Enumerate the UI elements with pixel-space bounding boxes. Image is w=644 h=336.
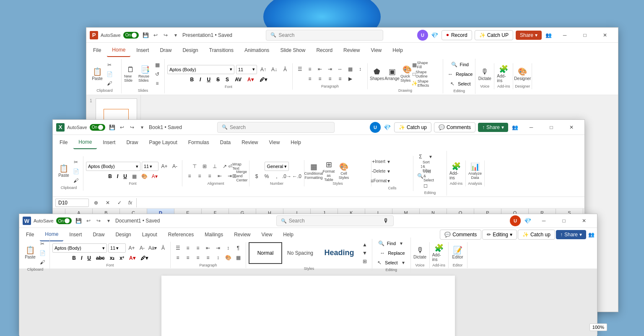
wd-borders-button[interactable]: ▦	[234, 253, 243, 262]
wd-indent-inc-button[interactable]: ⇥	[213, 244, 223, 252]
ppt-align-center-button[interactable]: ≡	[315, 75, 325, 83]
ppt-select-button[interactable]: ↖	[448, 80, 457, 88]
xl-tab-pagelayout[interactable]: Page Layout	[144, 136, 182, 149]
ppt-shapes-button[interactable]: ⬟ Shapes	[370, 65, 384, 83]
wd-avatar[interactable]: U	[510, 215, 521, 226]
xl-decimal-dec-button[interactable]: ←.0	[292, 172, 301, 181]
xl-fillcolor-button[interactable]: 🎨	[140, 172, 149, 181]
wd-styles-scroll-down[interactable]: ▼	[360, 249, 369, 257]
wd-numbering-button[interactable]: ≡	[183, 244, 192, 252]
wd-share-button[interactable]: ↑ Share ▾	[556, 230, 586, 239]
wd-autosave-toggle[interactable]: On	[56, 217, 72, 224]
ppt-align-right-button[interactable]: ≡	[325, 75, 335, 83]
wd-tab-design[interactable]: Design	[110, 228, 136, 241]
wd-select-chevron[interactable]: ▾	[399, 258, 408, 267]
wd-align-right-button[interactable]: ≡	[193, 253, 203, 262]
xl-comments-button[interactable]: 💬 Comments	[434, 122, 475, 132]
xl-align-center-button[interactable]: ≡	[195, 172, 204, 180]
wd-multilevel-button[interactable]: ≡	[193, 244, 203, 252]
xl-sort-button[interactable]: ↕ Sort & Filter	[421, 162, 430, 171]
ppt-shapeoutline-button[interactable]: □ Shape Outline	[415, 70, 425, 78]
ppt-tab-review[interactable]: Review	[338, 44, 365, 57]
xl-cut-button[interactable]: ✂	[71, 158, 80, 166]
ppt-maximize-button[interactable]: □	[575, 28, 595, 42]
xl-delete-button[interactable]: - Delete	[374, 167, 383, 176]
ppt-tab-draw[interactable]: Draw	[155, 44, 177, 57]
xl-formula-cancel-button[interactable]: ✕	[103, 199, 112, 207]
ppt-minimize-button[interactable]: ─	[555, 28, 574, 42]
wd-changecase-button[interactable]: Aa▾	[148, 244, 157, 252]
xl-fontcolor-button[interactable]: A▾	[150, 172, 159, 181]
xl-font-size-selector[interactable]: 11 ▾	[142, 162, 158, 171]
wd-style-nospace[interactable]: No Spacing	[282, 242, 318, 264]
ppt-tab-slideshow[interactable]: Slide Show	[275, 44, 310, 57]
ppt-justify-button[interactable]: ≡	[335, 75, 345, 83]
ppt-tab-animations[interactable]: Animations	[239, 44, 274, 57]
wd-shading-button[interactable]: 🎨	[223, 253, 233, 262]
xl-comma-button[interactable]: ,	[272, 172, 281, 181]
xl-maximize-button[interactable]: □	[542, 121, 561, 134]
wd-justify-button[interactable]: ≡	[203, 253, 213, 262]
wd-indent-dec-button[interactable]: ⇤	[203, 244, 213, 252]
ppt-linespacing-button[interactable]: ↕	[356, 65, 365, 73]
wd-italic-button[interactable]: I	[79, 254, 84, 262]
xl-name-box[interactable]: D10	[55, 199, 89, 207]
wd-tab-draw[interactable]: Draw	[88, 228, 109, 241]
wd-styles-scroll-up[interactable]: ▲	[360, 240, 369, 249]
xl-formula-input[interactable]	[136, 198, 582, 207]
xl-align-bottom-button[interactable]: ⊥	[210, 162, 219, 171]
ppt-addins-button[interactable]: 🧩 Add-ins	[497, 65, 510, 83]
ppt-autosave-toggle[interactable]: On	[123, 32, 139, 39]
xl-share-button[interactable]: ↑ Share ▾	[478, 123, 508, 132]
ppt-bold-button[interactable]: B	[188, 75, 196, 84]
ppt-shapeeffects-button[interactable]: ✨ Shape Effects	[415, 79, 425, 88]
wd-maximize-button[interactable]: □	[554, 214, 574, 227]
ppt-designer-button[interactable]: 🎨 Designer	[516, 65, 529, 83]
wd-subscript-button[interactable]: x₂	[108, 254, 117, 262]
ppt-indent-dec-button[interactable]: ⇤	[315, 65, 325, 73]
xl-redo-icon[interactable]: ↪	[128, 123, 136, 132]
wd-style-normal[interactable]: Normal	[249, 242, 282, 264]
xl-indent-dec-button[interactable]: ⇤	[215, 172, 224, 180]
ppt-catchup-button[interactable]: ✨ Catch UP	[475, 30, 513, 40]
ppt-numbering-button[interactable]: ≡	[305, 65, 314, 73]
ppt-replace-button[interactable]: ↔	[446, 70, 455, 78]
xl-formula-expand-button[interactable]: ⊕	[91, 199, 101, 207]
xl-avatar[interactable]: U	[370, 122, 381, 133]
xl-autosave-toggle[interactable]: On	[90, 124, 105, 131]
xl-mergecenter-button[interactable]: ⊞ Merge and Center	[235, 172, 244, 180]
wd-editing-button[interactable]: ✏ Editing ▾	[482, 230, 517, 240]
ppt-newslide-button[interactable]: 🗒 New Slide	[124, 65, 138, 83]
ppt-slides-section-icon[interactable]: ≡	[153, 79, 162, 88]
wd-mic-icon[interactable]: 🎙	[383, 217, 389, 224]
xl-percent-button[interactable]: %	[262, 172, 271, 181]
ppt-tab-home[interactable]: Home	[107, 44, 130, 57]
ppt-tab-view[interactable]: View	[366, 44, 387, 57]
ppt-tab-transitions[interactable]: Transitions	[204, 44, 239, 57]
ppt-rtl-button[interactable]: ↔	[335, 65, 345, 73]
xl-insert-chevron[interactable]: ▾	[384, 158, 393, 166]
ppt-avatar[interactable]: U	[417, 30, 428, 41]
xl-tab-review[interactable]: Review	[236, 136, 263, 149]
ppt-tab-record[interactable]: Record	[311, 44, 338, 57]
wd-cut-button[interactable]: ✂	[38, 240, 47, 248]
wd-redo-icon[interactable]: ↪	[94, 217, 103, 225]
xl-tab-file[interactable]: File	[55, 136, 73, 149]
xl-number-format-selector[interactable]: General ▾	[265, 162, 288, 171]
wd-align-left-button[interactable]: ≡	[173, 253, 182, 262]
ppt-fontcolor-button[interactable]: A▾	[245, 75, 256, 84]
xl-sum-button[interactable]: Σ	[416, 152, 425, 161]
ppt-copy-button[interactable]: 📄	[105, 70, 114, 78]
ppt-shapefill-button[interactable]: ▦ Shape Fill	[415, 61, 425, 69]
wd-copy-button[interactable]: 📄	[38, 249, 47, 257]
ppt-slides-layout-icon[interactable]: ▦	[153, 61, 162, 69]
wd-sort-button[interactable]: ↕	[223, 244, 233, 252]
xl-undo-icon[interactable]: ↩	[118, 123, 126, 132]
ppt-tab-design[interactable]: Design	[177, 44, 203, 57]
wd-minimize-button[interactable]: ─	[534, 214, 553, 227]
wd-strikethrough-button[interactable]: abc	[94, 254, 107, 262]
wd-search-input[interactable]	[289, 218, 381, 224]
wd-fontcolor-button[interactable]: A▾	[127, 254, 138, 262]
xl-format-button[interactable]: ≡ Format	[374, 177, 383, 185]
xl-search-input[interactable]	[230, 124, 330, 130]
